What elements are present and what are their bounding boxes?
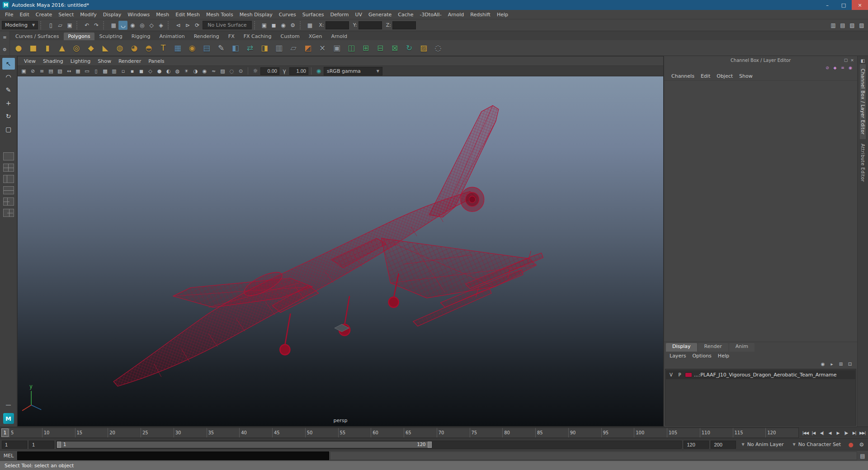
- make-live-shelf-icon[interactable]: ◫: [344, 41, 358, 55]
- cleanup-icon[interactable]: ◌: [431, 41, 445, 55]
- animation-start-field[interactable]: [2, 441, 27, 449]
- poly-pipe-icon[interactable]: ◍: [113, 41, 127, 55]
- layer-editor-tab[interactable]: Render: [698, 343, 728, 352]
- poly-pyramid-icon[interactable]: ◣: [99, 41, 112, 55]
- auto-keyframe-icon[interactable]: ●: [846, 440, 855, 449]
- snap-to-curve-icon[interactable]: ◡: [118, 21, 127, 30]
- script-editor-icon[interactable]: ▤: [858, 451, 867, 461]
- layout-persp-graph[interactable]: [3, 186, 14, 194]
- smooth-mesh-icon[interactable]: ◉: [185, 41, 199, 55]
- menu-item[interactable]: Mesh Display: [236, 12, 276, 18]
- command-line-result-field[interactable]: [330, 451, 857, 460]
- gamma-icon[interactable]: γ: [280, 66, 289, 75]
- render-current-frame-icon[interactable]: ◼: [269, 21, 278, 30]
- save-scene-icon[interactable]: ▣: [65, 21, 74, 30]
- playback-end-field[interactable]: [684, 441, 709, 449]
- menu-item[interactable]: Modify: [77, 12, 99, 18]
- playback-start-field[interactable]: [29, 441, 54, 449]
- safe-title-icon[interactable]: ▪: [128, 67, 137, 75]
- shelf-tab[interactable]: Arnold: [326, 33, 352, 40]
- multi-cut-icon[interactable]: ✎: [214, 41, 228, 55]
- sidebar-vertical-tab[interactable]: Channel Box / Layer Editor: [860, 64, 866, 139]
- grid-icon[interactable]: ▦: [74, 67, 82, 75]
- section-grip[interactable]: [40, 21, 44, 29]
- layout-custom[interactable]: [3, 209, 14, 217]
- layer-name[interactable]: ...:PLAAF_J10_Vigorous_Dragon_Aerobatic_…: [694, 372, 854, 378]
- gate-mask-icon[interactable]: ▩: [101, 67, 109, 75]
- wireframe-icon[interactable]: ◇: [146, 67, 155, 75]
- lights-icon[interactable]: ☀: [182, 67, 191, 75]
- animation-preferences-icon[interactable]: ⚙: [857, 440, 866, 449]
- maya-logo-icon[interactable]: M: [3, 413, 14, 424]
- undo-icon[interactable]: ↶: [82, 21, 91, 30]
- layer-editor-menu-item[interactable]: Help: [715, 353, 732, 359]
- move-tool[interactable]: +: [2, 97, 15, 109]
- channel-box-menu-item[interactable]: Channels: [669, 73, 697, 79]
- shelf-tab[interactable]: Polygons: [64, 33, 95, 40]
- bridge-icon[interactable]: ▥: [272, 41, 286, 55]
- render-settings-icon[interactable]: ⚙: [288, 21, 297, 30]
- section-grip[interactable]: [300, 21, 303, 29]
- play-forwards-button[interactable]: ▶: [834, 429, 842, 437]
- platonic-solid-icon[interactable]: ◓: [142, 41, 156, 55]
- layer-visibility-toggle[interactable]: V: [668, 372, 675, 377]
- append-polygon-icon[interactable]: ▱: [287, 41, 300, 55]
- camera-attributes-icon[interactable]: ≡: [38, 67, 46, 75]
- paint-select-tool[interactable]: ✎: [2, 84, 15, 96]
- quad-draw-icon[interactable]: ◩: [301, 41, 315, 55]
- layout-four-pane[interactable]: [3, 164, 14, 172]
- field-chart-icon[interactable]: ▥: [110, 67, 118, 75]
- step-forward-frame-button[interactable]: |▶: [842, 429, 850, 437]
- menu-item[interactable]: Mesh Tools: [203, 12, 236, 18]
- channel-manip-icon[interactable]: ◉: [847, 65, 854, 71]
- poly-cone-icon[interactable]: ▲: [55, 41, 69, 55]
- multisample-icon[interactable]: ▨: [218, 67, 227, 75]
- open-scene-icon[interactable]: ▱: [56, 21, 65, 30]
- coord-input[interactable]: [392, 21, 416, 29]
- menu-item[interactable]: File: [2, 12, 16, 18]
- panel-popout-icon[interactable]: ▢: [843, 57, 849, 63]
- circularize-icon[interactable]: ↻: [402, 41, 416, 55]
- menu-item[interactable]: Mesh: [153, 12, 172, 18]
- poly-sphere-icon[interactable]: ●: [12, 41, 25, 55]
- viewport-canvas[interactable]: y persp: [18, 76, 663, 426]
- layer-editor-tab[interactable]: Display: [666, 343, 697, 352]
- textured-icon[interactable]: ◐: [164, 67, 173, 75]
- exposure-icon[interactable]: ☼: [251, 66, 260, 75]
- toggle-channel-box-icon[interactable]: ▨: [857, 21, 866, 30]
- toggle-tool-settings-icon[interactable]: ▧: [848, 21, 857, 30]
- poly-cylinder-icon[interactable]: ▮: [41, 41, 54, 55]
- set-layer-playback-icon[interactable]: ▸: [828, 360, 835, 367]
- input-connections-icon[interactable]: ⊲: [174, 21, 183, 30]
- current-frame-indicator[interactable]: 1: [1, 428, 9, 437]
- range-end-handle[interactable]: [428, 442, 432, 448]
- layer-color-swatch[interactable]: [685, 372, 692, 377]
- symmetry-icon[interactable]: ⊞: [359, 41, 373, 55]
- fill-icon[interactable]: ◼: [137, 67, 146, 75]
- two-d-pan-zoom-icon[interactable]: ↔: [65, 67, 73, 75]
- layout-persp-multi[interactable]: [3, 197, 14, 206]
- toggle-attribute-editor-icon[interactable]: ▤: [838, 21, 847, 30]
- ipr-render-icon[interactable]: ◉: [279, 21, 288, 30]
- shelf-menu-icon[interactable]: ≡: [1, 34, 9, 41]
- resolution-gate-icon[interactable]: ▯: [92, 67, 100, 75]
- bevel-icon[interactable]: ◨: [258, 41, 271, 55]
- playback-range-bar[interactable]: 1 120: [57, 442, 432, 448]
- toggle-modeling-toolkit-icon[interactable]: ▥: [829, 21, 838, 30]
- channel-box-menu-item[interactable]: Edit: [698, 73, 713, 79]
- lock-camera-icon[interactable]: ⊘: [28, 67, 37, 75]
- section-grip[interactable]: [76, 21, 80, 29]
- shelf-tab[interactable]: FX: [224, 33, 239, 40]
- step-forward-key-button[interactable]: ▶|: [850, 429, 858, 437]
- section-grip[interactable]: [254, 21, 258, 29]
- xray-icon[interactable]: ⊙: [236, 67, 245, 75]
- snap-to-point-icon[interactable]: ◉: [128, 21, 137, 30]
- shelf-tab[interactable]: Custom: [276, 33, 304, 40]
- panel-menu-item[interactable]: Renderer: [115, 58, 145, 64]
- panel-menu-item[interactable]: View: [20, 58, 39, 64]
- shelf-tab[interactable]: FX Caching: [239, 33, 276, 40]
- shaded-icon[interactable]: ●: [155, 67, 164, 75]
- shelf-tab[interactable]: Sculpting: [94, 33, 127, 40]
- select-tool[interactable]: ↖: [2, 58, 15, 70]
- redo-icon[interactable]: ↷: [92, 21, 101, 30]
